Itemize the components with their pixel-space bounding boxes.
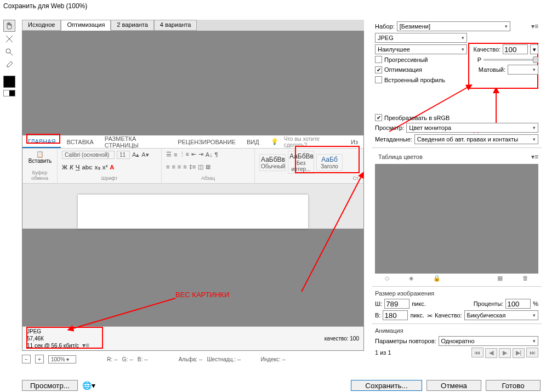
save-button[interactable]: Сохранить... <box>351 380 422 391</box>
info-time: 11 сек @ 56,6 кбит/с <box>27 343 79 349</box>
color-table-menu-icon[interactable]: ▾≡ <box>531 153 538 161</box>
quality-input[interactable] <box>503 44 528 54</box>
done-button[interactable]: Готово <box>486 380 541 391</box>
style-nospace: АаБбВвБез интер... <box>288 151 314 174</box>
preset-menu-icon[interactable]: ▾≡ <box>531 22 538 30</box>
preview-tabs: Исходное Оптимизация 2 варианта 4 вариан… <box>22 20 364 31</box>
slice-tool[interactable] <box>3 33 15 45</box>
hand-tool[interactable] <box>3 20 15 32</box>
last-frame-button[interactable]: ⏭ <box>526 348 538 357</box>
next-frame-button[interactable]: ▶| <box>513 348 525 358</box>
progressive-checkbox[interactable] <box>375 56 382 63</box>
embed-profile-checkbox[interactable] <box>375 76 382 83</box>
info-r: R: -- <box>107 356 117 362</box>
first-frame-button[interactable]: ⏮ <box>471 348 484 357</box>
annotation-weight-label: ВЕС КАРТИНКИ <box>175 291 229 299</box>
preview-mode-select[interactable]: Цвет монитора <box>406 123 538 133</box>
lightbulb-icon: 💡 <box>271 138 278 145</box>
indent-inc-icon: ⇥ <box>198 151 203 158</box>
play-button[interactable]: ▶ <box>499 348 511 358</box>
image-size-title: Размер изображения <box>375 290 538 297</box>
eyedropper-color-swatch[interactable] <box>3 76 15 88</box>
multilevel-icon: ⋮≡ <box>179 151 189 158</box>
quality-preset-select[interactable]: Наилучшее <box>375 44 467 54</box>
info-alpha: Альфа: -- <box>179 356 203 362</box>
matte-select[interactable] <box>508 65 538 75</box>
font-size-select: 11 <box>117 151 130 159</box>
show-marks-icon: ¶ <box>215 151 218 158</box>
zoom-tool[interactable] <box>3 46 15 58</box>
bold-icon: Ж <box>62 164 67 171</box>
percent-label: Проценты: <box>474 300 504 307</box>
toggle-slices-icon[interactable] <box>3 90 15 96</box>
loop-select[interactable]: Однократно <box>439 336 538 346</box>
info-b: B: -- <box>138 356 148 362</box>
tab-source[interactable]: Исходное <box>22 20 61 31</box>
word-tab-change: Из <box>345 137 363 147</box>
height-input[interactable] <box>383 310 408 320</box>
quality-dropdown-button[interactable]: ▾ <box>530 44 538 54</box>
format-select[interactable]: JPEG <box>375 33 467 43</box>
frame-indicator: 1 из 1 <box>375 349 391 356</box>
zoom-in-button[interactable]: + <box>35 355 44 363</box>
srgb-label: Преобразовать в sRGB <box>384 115 450 121</box>
width-input[interactable] <box>384 299 410 309</box>
embed-profile-label: Встроенный профиль <box>384 77 445 83</box>
justify-icon: ≡ <box>183 163 186 170</box>
percent-input[interactable] <box>505 299 531 309</box>
color-table-title: Таблица цветов <box>378 154 423 160</box>
ct-shift-icon[interactable]: ◈ <box>409 275 413 282</box>
blur-slider[interactable] <box>484 59 538 61</box>
cancel-button[interactable]: Отмена <box>426 380 481 391</box>
color-table <box>375 164 538 274</box>
metadata-label: Метаданные: <box>375 136 412 143</box>
preset-select[interactable]: [Безимени] <box>397 21 510 31</box>
preview-area: Исходное Оптимизация 2 варианта 4 вариан… <box>22 20 364 351</box>
borders-icon: ⊞ <box>206 163 211 171</box>
word-tab-home: ГЛАВНАЯ <box>22 136 61 148</box>
progressive-label: Прогрессивный <box>384 56 428 63</box>
ct-new-icon[interactable]: ▦ <box>497 275 503 282</box>
info-quality: качество: 100 <box>325 336 359 342</box>
tab-optimized[interactable]: Оптимизация <box>61 20 111 31</box>
bullets-icon: ☰ <box>166 151 172 158</box>
grow-font-icon: A▴ <box>132 151 139 158</box>
strike-icon: abc <box>82 164 92 171</box>
resample-select[interactable]: Бикубическая <box>464 310 538 320</box>
zoom-select[interactable]: 100% ▾ <box>48 355 76 363</box>
shrink-font-icon: A▾ <box>141 151 149 158</box>
ct-lock-icon[interactable]: 🔒 <box>433 275 441 282</box>
preview-button[interactable]: Просмотр... <box>22 380 78 391</box>
bottom-bar: Просмотр... 🌐▾ Сохранить... Отмена Готов… <box>22 379 541 391</box>
ct-snap-icon[interactable]: ◇ <box>385 275 389 282</box>
metadata-select[interactable]: Сведения об авт. правах и контакты <box>414 134 538 144</box>
window-title: Сохранить для Web (100%) <box>3 2 87 10</box>
word-tab-review: РЕЦЕНЗИРОВАНИЕ <box>172 137 241 147</box>
preview-image-content: ГЛАВНАЯ ВСТАВКА РАЗМЕТКА СТРАНИЦЫ РЕЦЕНЗ… <box>22 135 363 229</box>
zoom-out-button[interactable]: − <box>22 355 31 363</box>
info-g: G: -- <box>122 356 133 362</box>
px-label-2: пикс. <box>410 312 424 319</box>
zoom-bar: − + 100% ▾ R: -- G: -- B: -- Альфа: -- Ш… <box>22 353 364 365</box>
info-index: Индекс: -- <box>260 356 286 362</box>
prev-frame-button[interactable]: ◀ <box>485 348 497 358</box>
tab-2up[interactable]: 2 варианта <box>111 20 154 31</box>
animation-title: Анимация <box>375 327 538 334</box>
browser-icon[interactable]: 🌐▾ <box>82 381 95 390</box>
preview-info-bar: JPEG 57,46К 11 сек @ 56,6 кбит/с ▾≡ каче… <box>22 326 363 350</box>
loop-label: Параметры повторов: <box>375 338 436 344</box>
italic-icon: К <box>70 164 73 171</box>
right-panel: Набор: [Безимени] ▾≡ JPEG Наилучшее Каче… <box>372 20 542 376</box>
ct-trash-icon[interactable]: 🗑 <box>522 275 528 282</box>
tab-4up[interactable]: 4 варианта <box>154 20 197 31</box>
align-right-icon: ≡ <box>178 163 181 170</box>
info-hex: Шестнадц.: -- <box>207 356 241 362</box>
styles-group-label: Ст <box>259 175 359 181</box>
download-speed-menu[interactable]: ▾≡ <box>82 342 89 349</box>
preview-canvas[interactable]: ГЛАВНАЯ ВСТАВКА РАЗМЕТКА СТРАНИЦЫ РЕЦЕНЗ… <box>22 31 364 351</box>
optimized-checkbox[interactable] <box>375 66 382 73</box>
px-label-1: пикс. <box>412 300 426 307</box>
eyedropper-tool[interactable] <box>3 59 15 71</box>
link-icon[interactable]: ⫘ <box>426 312 433 319</box>
srgb-checkbox[interactable] <box>375 114 382 121</box>
